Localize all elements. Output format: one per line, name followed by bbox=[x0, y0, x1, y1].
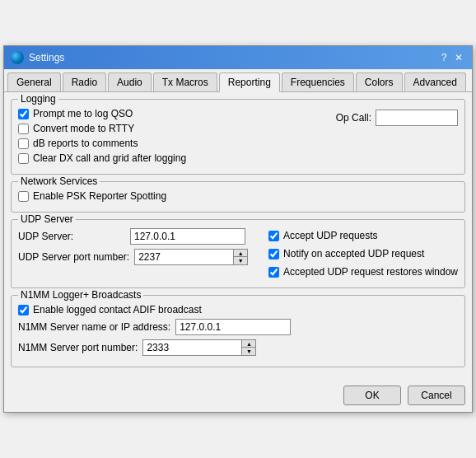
n1mm-port-input[interactable] bbox=[142, 339, 241, 356]
tab-radio[interactable]: Radio bbox=[63, 72, 106, 91]
opcall-input[interactable] bbox=[376, 110, 458, 126]
udp-port-label: UDP Server port number: bbox=[18, 251, 129, 263]
udp-port-up-btn[interactable]: ▲ bbox=[234, 250, 247, 257]
udp-port-spinner-buttons: ▲ ▼ bbox=[233, 249, 248, 265]
content-area: Logging Prompt me to log QSO Convert mod… bbox=[4, 92, 472, 381]
psk-reporter-row: Enable PSK Reporter Spotting bbox=[18, 190, 458, 202]
title-bar-left: Settings bbox=[11, 51, 64, 64]
convert-rtty-checkbox[interactable] bbox=[18, 124, 29, 134]
n1mm-port-spinner-buttons: ▲ ▼ bbox=[241, 339, 256, 356]
convert-rtty-row: Convert mode to RTTY bbox=[18, 123, 336, 134]
settings-window: Settings ? ✕ General Radio Audio Tx Macr… bbox=[3, 45, 473, 413]
udp-group: UDP Server UDP Server: UDP Server port n… bbox=[11, 219, 465, 288]
tab-audio[interactable]: Audio bbox=[108, 72, 152, 91]
app-icon bbox=[11, 51, 24, 64]
db-reports-row: dB reports to comments bbox=[18, 138, 336, 149]
udp-group-label: UDP Server bbox=[18, 213, 76, 225]
help-button[interactable]: ? bbox=[437, 51, 450, 64]
udp-server-row: UDP Server: bbox=[18, 228, 260, 245]
notify-udp-label: Notify on accepted UDP request bbox=[283, 248, 424, 259]
udp-port-input[interactable] bbox=[134, 249, 233, 265]
udp-server-label: UDP Server: bbox=[18, 231, 125, 242]
db-reports-checkbox[interactable] bbox=[18, 138, 29, 149]
n1mm-group-label: N1MM Logger+ Broadcasts bbox=[18, 289, 143, 301]
network-group: Network Services Enable PSK Reporter Spo… bbox=[11, 181, 465, 213]
clear-dx-row: Clear DX call and grid after logging bbox=[18, 152, 336, 164]
n1mm-server-input[interactable] bbox=[175, 319, 291, 335]
n1mm-port-label: N1MM Server port number: bbox=[18, 342, 138, 353]
udp-port-spinner: ▲ ▼ bbox=[134, 249, 248, 265]
udp-port-row: UDP Server port number: ▲ ▼ bbox=[18, 249, 260, 265]
footer: OK Cancel bbox=[4, 381, 472, 412]
adif-broadcast-row: Enable logged contact ADIF broadcast bbox=[18, 304, 458, 315]
accept-udp-label: Accept UDP requests bbox=[283, 230, 378, 241]
notify-udp-checkbox[interactable] bbox=[268, 249, 279, 259]
n1mm-port-down-btn[interactable]: ▼ bbox=[242, 348, 255, 355]
network-group-label: Network Services bbox=[18, 175, 100, 187]
cancel-button[interactable]: Cancel bbox=[408, 386, 465, 405]
udp-port-down-btn[interactable]: ▼ bbox=[234, 257, 247, 264]
logging-row: Prompt me to log QSO Convert mode to RTT… bbox=[18, 108, 458, 167]
tab-colors[interactable]: Colors bbox=[356, 72, 403, 91]
n1mm-port-row: N1MM Server port number: ▲ ▼ bbox=[18, 339, 458, 356]
udp-server-input[interactable] bbox=[130, 228, 245, 245]
adif-broadcast-label: Enable logged contact ADIF broadcast bbox=[33, 304, 202, 315]
close-button[interactable]: ✕ bbox=[452, 51, 465, 64]
prompt-log-row: Prompt me to log QSO bbox=[18, 108, 336, 119]
notify-udp-row: Notify on accepted UDP request bbox=[268, 248, 458, 259]
n1mm-group-content: Enable logged contact ADIF broadcast N1M… bbox=[18, 304, 458, 356]
adif-broadcast-checkbox[interactable] bbox=[18, 305, 29, 315]
opcall-label: Op Call: bbox=[336, 112, 371, 124]
db-reports-label: dB reports to comments bbox=[33, 138, 138, 149]
logging-group: Logging Prompt me to log QSO Convert mod… bbox=[11, 99, 465, 175]
tab-txmacros[interactable]: Tx Macros bbox=[153, 72, 217, 91]
title-controls: ? ✕ bbox=[437, 51, 465, 64]
tab-advanced[interactable]: Advanced bbox=[404, 72, 466, 91]
n1mm-server-label: N1MM Server name or IP address: bbox=[18, 321, 170, 333]
udp-left: UDP Server: UDP Server port number: ▲ ▼ bbox=[18, 228, 260, 281]
udp-right: Accept UDP requests Notify on accepted U… bbox=[268, 228, 458, 281]
clear-dx-label: Clear DX call and grid after logging bbox=[33, 152, 186, 164]
clear-dx-checkbox[interactable] bbox=[18, 153, 29, 164]
logging-right: Op Call: bbox=[336, 108, 458, 126]
n1mm-port-spinner: ▲ ▼ bbox=[142, 339, 256, 356]
ok-button[interactable]: OK bbox=[343, 386, 401, 405]
tab-reporting[interactable]: Reporting bbox=[219, 72, 280, 92]
udp-layout: UDP Server: UDP Server port number: ▲ ▼ bbox=[18, 228, 458, 281]
logging-left: Prompt me to log QSO Convert mode to RTT… bbox=[18, 108, 336, 167]
udp-group-content: UDP Server: UDP Server port number: ▲ ▼ bbox=[18, 228, 458, 281]
n1mm-group: N1MM Logger+ Broadcasts Enable logged co… bbox=[11, 295, 465, 367]
prompt-log-checkbox[interactable] bbox=[18, 109, 29, 119]
convert-rtty-label: Convert mode to RTTY bbox=[33, 123, 134, 134]
accept-udp-checkbox[interactable] bbox=[268, 231, 279, 241]
tab-general[interactable]: General bbox=[7, 72, 61, 91]
logging-group-content: Prompt me to log QSO Convert mode to RTT… bbox=[18, 108, 458, 167]
title-bar: Settings ? ✕ bbox=[4, 46, 472, 69]
restore-udp-row: Accepted UDP request restores window bbox=[268, 266, 458, 278]
tab-frequencies[interactable]: Frequencies bbox=[282, 72, 354, 91]
restore-udp-checkbox[interactable] bbox=[268, 267, 279, 278]
window-title: Settings bbox=[29, 52, 64, 63]
tabs-bar: General Radio Audio Tx Macros Reporting … bbox=[4, 69, 472, 92]
psk-reporter-checkbox[interactable] bbox=[18, 191, 29, 202]
n1mm-port-up-btn[interactable]: ▲ bbox=[242, 340, 255, 348]
psk-reporter-label: Enable PSK Reporter Spotting bbox=[33, 190, 166, 202]
network-group-content: Enable PSK Reporter Spotting bbox=[18, 190, 458, 202]
accept-udp-row: Accept UDP requests bbox=[268, 230, 458, 241]
prompt-log-label: Prompt me to log QSO bbox=[33, 108, 133, 119]
n1mm-server-row: N1MM Server name or IP address: bbox=[18, 319, 458, 335]
logging-group-label: Logging bbox=[18, 93, 58, 105]
restore-udp-label: Accepted UDP request restores window bbox=[283, 266, 458, 278]
